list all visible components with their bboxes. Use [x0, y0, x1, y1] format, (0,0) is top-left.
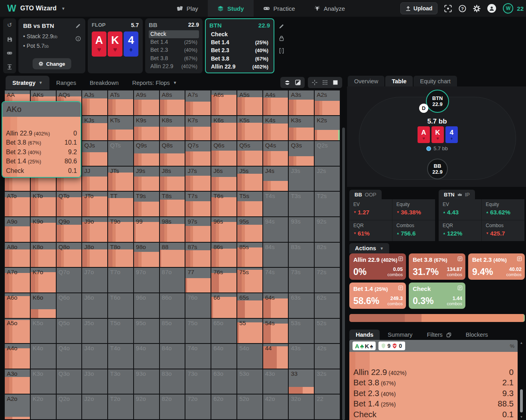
grid-cell-qjs[interactable]: QJs — [82, 141, 107, 166]
grid-cell-t9o[interactable]: T9o — [108, 217, 133, 242]
app-title[interactable]: GTO Wizard — [20, 5, 57, 12]
grid-cell-j7o[interactable]: J7o — [82, 268, 107, 292]
grid-cell-k5o[interactable]: K5o — [31, 319, 56, 343]
grid-cell-j4s[interactable]: J4s — [263, 167, 288, 191]
note-icon[interactable] — [517, 256, 522, 261]
grid-cell-33[interactable]: 33 — [289, 369, 314, 394]
grid-cell-kto[interactable]: KTo — [31, 192, 56, 216]
grid-cell-62s[interactable]: 62s — [315, 293, 340, 318]
grid-cell-66[interactable]: 66 — [211, 293, 236, 318]
grid-cell-98s[interactable]: 98s — [160, 217, 185, 242]
grid-cell-k2o[interactable]: K2o — [31, 394, 56, 419]
grid-cell-a8s[interactable]: A8s — [160, 90, 185, 115]
grid-cell-j8s[interactable]: J8s — [160, 167, 185, 191]
scrollbar-thumb[interactable] — [520, 389, 523, 412]
grid-cell-95s[interactable]: 95s — [237, 217, 262, 242]
grid-cell-97o[interactable]: 97o — [134, 268, 159, 292]
tab-table[interactable]: Table — [385, 76, 413, 86]
grid-cell-96s[interactable]: 96s — [211, 217, 236, 242]
grid-cell-54s[interactable]: 54s — [263, 319, 288, 343]
grid-cell-t6s[interactable]: T6s — [211, 192, 236, 216]
grid-cell-q5o[interactable]: Q5o — [57, 319, 82, 343]
action-card-bet-1-4[interactable]: Bet 1.4 (25%)58.6%249.3combos — [349, 283, 406, 309]
grid-cell-j2o[interactable]: J2o — [82, 394, 107, 419]
grid-cell-52s[interactable]: 52s — [315, 319, 340, 343]
grid-cell-k7s[interactable]: K7s — [185, 116, 211, 141]
grid-cell-93o[interactable]: 93o — [134, 369, 159, 394]
grid-cell-42s[interactable]: 42s — [315, 344, 340, 369]
grid-cell-a7s[interactable]: A7s — [185, 90, 211, 115]
square-view-icon[interactable] — [333, 80, 338, 85]
grid-cell-a9o[interactable]: A9o — [5, 217, 30, 242]
actions-header[interactable]: Actions ▼ — [349, 243, 389, 253]
grid-cell-82o[interactable]: 82o — [160, 394, 185, 419]
flop-cards[interactable]: A♥K♥4♦ — [92, 31, 139, 57]
action-row-allin-22-9[interactable]: Allin 22.9(402%) — [149, 63, 199, 71]
grid-cell-j6o[interactable]: J6o — [82, 293, 107, 318]
grid-cell-qto[interactable]: QTo — [57, 192, 82, 216]
tab-ranges[interactable]: Ranges — [49, 76, 83, 90]
tab-equity-chart[interactable]: Equity chart — [414, 76, 457, 86]
gto-wizard-logo[interactable]: W — [7, 3, 16, 14]
grid-cell-qts[interactable]: QTs — [108, 141, 133, 166]
hand-detail-card[interactable]: Allin 22.9(402%)0Bet 3.8(67%)2.1Bet 2.3(… — [349, 352, 518, 420]
grid-cell-q9s[interactable]: Q9s — [134, 141, 159, 166]
note-icon[interactable] — [398, 285, 403, 290]
grid-cell-63s[interactable]: 63s — [289, 293, 314, 318]
grid-cell-94s[interactable]: 94s — [263, 217, 288, 242]
bb-stats-header[interactable]: BB OOP — [349, 190, 382, 199]
grid-cell-q2s[interactable]: Q2s — [315, 141, 340, 166]
grid-cell-98o[interactable]: 98o — [134, 243, 159, 267]
grid-cell-a3s[interactable]: A3s — [289, 90, 314, 115]
grid-cell-jj[interactable]: JJ — [82, 167, 107, 191]
tab-summary[interactable]: Summary — [381, 330, 419, 340]
grid-cell-87s[interactable]: 87s — [185, 243, 211, 267]
grid-cell-t8s[interactable]: T8s — [160, 192, 185, 216]
grid-cell-97s[interactable]: 97s — [185, 217, 211, 242]
grid-cell-q6s[interactable]: Q6s — [211, 141, 236, 166]
action-row-allin-22-9[interactable]: Allin 22.9(402%) — [209, 63, 270, 71]
grid-cell-j7s[interactable]: J7s — [185, 167, 211, 191]
action-row-bet-2-3[interactable]: Bet 2.3(40%) — [149, 46, 199, 55]
grid-cell-t2o[interactable]: T2o — [108, 394, 133, 419]
account-icon[interactable] — [487, 4, 496, 13]
tab-hands[interactable]: Hands — [349, 330, 380, 340]
grid-cell-t6o[interactable]: T6o — [108, 293, 133, 318]
action-row-bet-3-8[interactable]: Bet 3.8(67%) — [149, 55, 199, 63]
action-row-check[interactable]: Check — [149, 30, 199, 38]
grid-cell-k5s[interactable]: K5s — [237, 116, 262, 141]
reset-icon[interactable]: ↺ — [7, 22, 12, 28]
grid-cell-a6o[interactable]: A6o — [5, 293, 30, 318]
grid-cell-84s[interactable]: 84s — [263, 243, 288, 267]
grid-cell-54o[interactable]: 54o — [237, 344, 262, 369]
grid-cell-86o[interactable]: 86o — [160, 293, 185, 318]
grid-cell-t4o[interactable]: T4o — [108, 344, 133, 369]
grid-cell-92s[interactable]: 92s — [315, 217, 340, 242]
grid-cell-k9s[interactable]: K9s — [134, 116, 159, 141]
grid-cell-t7o[interactable]: T7o — [108, 268, 133, 292]
grid-cell-72s[interactable]: 72s — [315, 268, 340, 292]
grid-cell-96o[interactable]: 96o — [134, 293, 159, 318]
tab-filters[interactable]: Filters — [420, 330, 457, 340]
grid-cell-52o[interactable]: 52o — [237, 394, 262, 419]
grid-cell-ats[interactable]: ATs — [108, 90, 133, 115]
action-row-check[interactable]: Check — [209, 31, 270, 39]
grid-cell-q8s[interactable]: Q8s — [160, 141, 185, 166]
grid-cell-q5s[interactable]: Q5s — [237, 141, 262, 166]
grid-cell-77[interactable]: 77 — [185, 268, 211, 292]
grid-cell-53s[interactable]: 53s — [289, 319, 314, 343]
grid-cell-83o[interactable]: 83o — [160, 369, 185, 394]
grid-cell-q4s[interactable]: Q4s — [263, 141, 288, 166]
grid-cell-q2o[interactable]: Q2o — [57, 394, 82, 419]
grid-cell-t2s[interactable]: T2s — [315, 192, 340, 216]
grid-cell-62o[interactable]: 62o — [211, 394, 236, 419]
grid-cell-a5s[interactable]: A5s — [237, 90, 262, 115]
grid-cell-j5s[interactable]: J5s — [237, 167, 262, 191]
grid-cell-k4o[interactable]: K4o — [31, 344, 56, 369]
grid-cell-j9s[interactable]: J9s — [134, 167, 159, 191]
grid-cell-63o[interactable]: 63o — [211, 369, 236, 394]
grid-cell-86s[interactable]: 86s — [211, 243, 236, 267]
grid-cell-tt[interactable]: TT — [108, 192, 133, 216]
grid-cell-74o[interactable]: 74o — [185, 344, 211, 369]
grid-cell-k6s[interactable]: K6s — [211, 116, 236, 141]
